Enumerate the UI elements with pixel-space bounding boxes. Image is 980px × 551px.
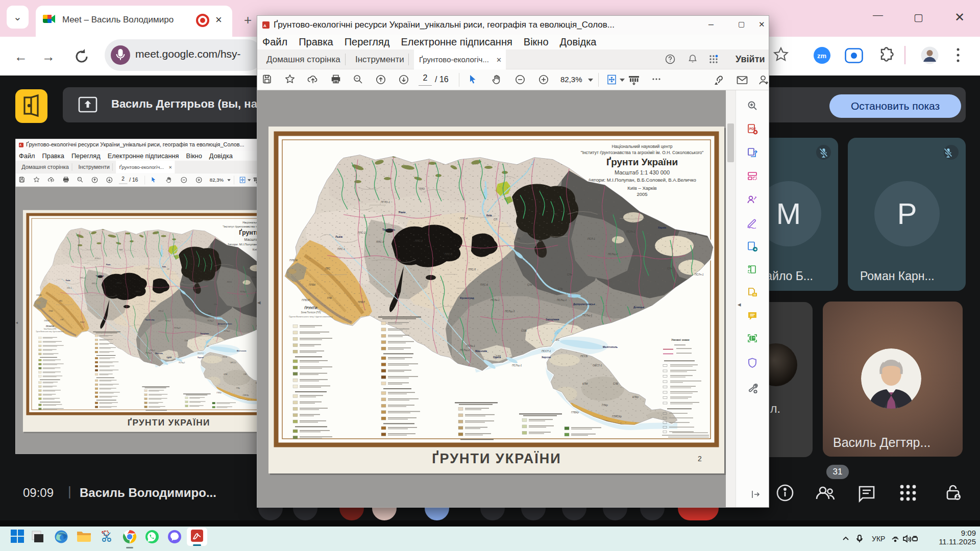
svg-text:PDF: PDF	[749, 127, 756, 131]
svg-text:zm: zm	[817, 52, 826, 60]
svg-text:УКР: УКР	[872, 535, 885, 543]
svg-text:A: A	[19, 143, 21, 146]
svg-text:A: A	[263, 23, 266, 28]
